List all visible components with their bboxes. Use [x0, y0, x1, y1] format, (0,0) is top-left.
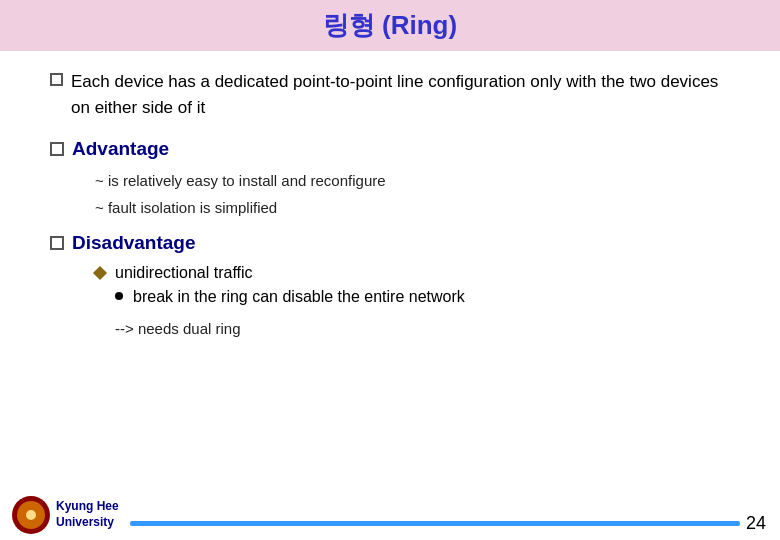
- slide-content: Each device has a dedicated point-to-poi…: [0, 69, 780, 337]
- slide-title: 링형 (Ring): [323, 10, 457, 40]
- advantage-heading: Advantage: [50, 138, 730, 160]
- dot-bullet-text: break in the ring can disable the entire…: [133, 288, 465, 306]
- indent-text: --> needs dual ring: [115, 320, 730, 337]
- main-bullet-text: Each device has a dedicated point-to-poi…: [71, 69, 730, 120]
- main-bullet: Each device has a dedicated point-to-poi…: [50, 69, 730, 120]
- dot-icon: [115, 292, 123, 300]
- disadvantage-heading: Disadvantage: [50, 232, 730, 254]
- footer-logo: Kyung Hee University: [12, 496, 119, 534]
- slide: 링형 (Ring) Each device has a dedicated po…: [0, 0, 780, 540]
- heading-square-icon-2: [50, 236, 64, 250]
- diamond-bullet-text: unidirectional traffic: [115, 264, 253, 282]
- page-number: 24: [746, 513, 766, 534]
- dot-bullet: break in the ring can disable the entire…: [115, 288, 730, 306]
- footer-university-text: Kyung Hee University: [56, 499, 119, 530]
- diamond-bullet: unidirectional traffic: [95, 264, 730, 282]
- bullet-square-icon: [50, 73, 63, 86]
- footer-bar: [130, 521, 740, 526]
- university-name-line2: University: [56, 515, 119, 531]
- advantage-bullet-2: ~ fault isolation is simplified: [95, 197, 730, 218]
- logo-center: [26, 510, 36, 520]
- advantage-sub-bullets: ~ is relatively easy to install and reco…: [95, 170, 730, 218]
- university-logo: [12, 496, 50, 534]
- disadvantage-label: Disadvantage: [72, 232, 196, 254]
- diamond-icon: [93, 266, 107, 280]
- disadvantage-sub-bullets: unidirectional traffic break in the ring…: [95, 264, 730, 306]
- university-name-line1: Kyung Hee: [56, 499, 119, 515]
- advantage-label: Advantage: [72, 138, 169, 160]
- heading-square-icon: [50, 142, 64, 156]
- logo-inner: [17, 501, 45, 529]
- footer: Kyung Hee University 24: [0, 490, 780, 540]
- advantage-bullet-1: ~ is relatively easy to install and reco…: [95, 170, 730, 191]
- title-bar: 링형 (Ring): [0, 0, 780, 51]
